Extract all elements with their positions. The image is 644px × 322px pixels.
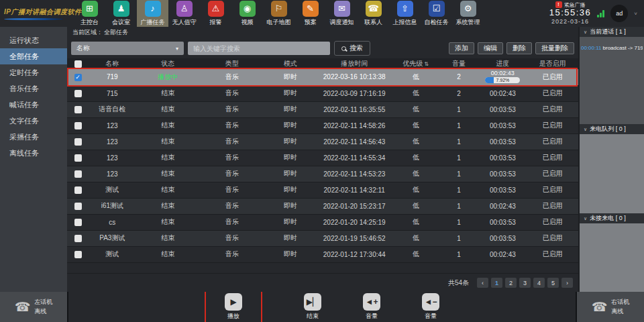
row-checkbox[interactable] bbox=[74, 251, 82, 258]
row-checkbox-cell[interactable] bbox=[67, 150, 89, 166]
table-row[interactable]: i61测试结束音乐即时2022-01-20 15:23:17低100:02:43… bbox=[67, 198, 578, 214]
table-row[interactable]: 715结束音乐即时2022-03-09 17:16:19低200:02:43已启… bbox=[67, 85, 578, 101]
field-select[interactable]: 名称 ▾ bbox=[71, 42, 184, 55]
table-header-进度[interactable]: 进度 bbox=[478, 58, 527, 69]
panel-header-missed-calls[interactable]: ∨未接来电 [ 0 ] bbox=[580, 213, 644, 223]
collapse-icon[interactable]: ∨ bbox=[584, 216, 587, 221]
row-checkbox-cell[interactable] bbox=[67, 101, 89, 117]
nav-item-dispatch-notice[interactable]: ✉调度通知 bbox=[326, 0, 358, 27]
table-header-是否启用[interactable]: 是否启用 bbox=[527, 58, 578, 69]
row-checkbox-cell[interactable] bbox=[67, 117, 89, 133]
panel-header-current-calls[interactable]: ∨当前通话 [ 1 ] bbox=[580, 27, 644, 37]
table-row[interactable]: 123结束音乐即时2022-02-11 14:56:43低100:03:53已启… bbox=[67, 133, 578, 150]
edit-button[interactable]: 编辑 bbox=[478, 42, 503, 54]
table-header-checkbox[interactable] bbox=[67, 58, 89, 69]
user-avatar[interactable]: ad bbox=[610, 5, 628, 22]
row-checkbox-cell[interactable] bbox=[67, 246, 89, 262]
panel-header-incoming-queue[interactable]: ∨来电队列 [ 0 ] bbox=[580, 124, 644, 134]
cell-volume: 1 bbox=[439, 101, 478, 117]
play-button[interactable]: ▶播放 bbox=[205, 290, 262, 322]
sidebar-item-timed-tasks[interactable]: 定时任务 bbox=[0, 64, 67, 80]
row-checkbox[interactable] bbox=[74, 235, 82, 242]
page-button-1[interactable]: 1 bbox=[491, 278, 502, 288]
table-row[interactable]: 123结束音乐即时2022-02-11 14:53:23低100:03:53已启… bbox=[67, 166, 578, 182]
row-checkbox[interactable] bbox=[74, 122, 82, 129]
page-button-4[interactable]: 4 bbox=[533, 278, 545, 288]
nav-item-report-info[interactable]: ⇧上报信息 bbox=[389, 0, 421, 27]
nav-item-alarm[interactable]: ⚠报警 bbox=[200, 0, 231, 27]
call-item[interactable]: 00:00:11broadcast -> 719 bbox=[581, 40, 643, 51]
table-row[interactable]: cs结束音乐即时2022-01-20 14:25:19低100:03:53已启用 bbox=[67, 214, 578, 230]
nav-item-unattended[interactable]: ♙无人值守 bbox=[168, 0, 200, 27]
volume-down-button[interactable]: ◄−音量 bbox=[422, 293, 439, 321]
page-next-button[interactable]: › bbox=[561, 278, 573, 288]
nav-item-meeting-room[interactable]: ♟会议室 bbox=[105, 0, 137, 27]
left-phone-status[interactable]: ☎ 左话机 离线 bbox=[0, 292, 67, 322]
volume-up-button[interactable]: ◄+音量 bbox=[363, 293, 380, 321]
row-checkbox[interactable] bbox=[74, 138, 82, 146]
row-checkbox-cell[interactable] bbox=[67, 133, 89, 150]
row-checkbox-cell[interactable] bbox=[67, 166, 89, 182]
nav-item-console[interactable]: ⊞主控台 bbox=[74, 0, 105, 27]
row-checkbox-cell[interactable] bbox=[67, 198, 89, 214]
delete-button[interactable]: 删除 bbox=[506, 42, 532, 54]
table-row[interactable]: 123结束音乐即时2022-02-11 14:58:26低100:03:53已启… bbox=[67, 117, 578, 133]
row-checkbox[interactable] bbox=[74, 90, 82, 97]
batch-delete-button[interactable]: 批量删除 bbox=[535, 42, 574, 54]
right-phone-status[interactable]: ☎ 右话机 离线 bbox=[577, 292, 644, 322]
row-checkbox[interactable] bbox=[74, 106, 82, 113]
table-row[interactable]: 语音自检结束音乐即时2022-02-11 16:35:55低100:03:53已… bbox=[67, 101, 578, 117]
row-checkbox[interactable]: ✓ bbox=[74, 74, 82, 81]
sidebar-item-all-tasks[interactable]: 全部任务 bbox=[0, 48, 67, 64]
sidebar-item-capture-tasks[interactable]: 采播任务 bbox=[0, 129, 67, 145]
page-button-2[interactable]: 2 bbox=[505, 278, 517, 288]
nav-item-plan[interactable]: ✎预案 bbox=[294, 0, 326, 27]
page-button-5[interactable]: 5 bbox=[547, 278, 559, 288]
select-all-checkbox[interactable] bbox=[74, 60, 82, 68]
row-checkbox[interactable] bbox=[74, 186, 82, 194]
sidebar-item-shout-tasks[interactable]: 喊话任务 bbox=[0, 97, 67, 113]
row-checkbox-cell[interactable] bbox=[67, 182, 89, 198]
nav-item-self-check-task[interactable]: ☑自检任务 bbox=[421, 0, 452, 27]
nav-item-broadcast-task[interactable]: ♪广播任务 bbox=[137, 0, 168, 27]
nav-item-video[interactable]: ◉视频 bbox=[231, 0, 263, 27]
row-checkbox-cell[interactable] bbox=[67, 85, 89, 101]
table-header-状态[interactable]: 状态 bbox=[136, 58, 201, 69]
table-header-模式[interactable]: 模式 bbox=[264, 58, 317, 69]
row-checkbox[interactable] bbox=[74, 203, 82, 210]
row-checkbox-cell[interactable] bbox=[67, 230, 89, 246]
sidebar-item-music-tasks[interactable]: 音乐任务 bbox=[0, 80, 67, 97]
sidebar-item-text-tasks[interactable]: 文字任务 bbox=[0, 113, 67, 129]
user-menu-caret-icon[interactable]: ˅ bbox=[634, 11, 637, 17]
table-header-播放时间[interactable]: 播放时间 bbox=[317, 58, 392, 69]
table-row[interactable]: PA3测试结束音乐即时2022-01-19 15:46:52低100:03:53… bbox=[67, 230, 578, 246]
sidebar-item-running-status[interactable]: 运行状态 bbox=[0, 32, 67, 48]
nav-item-e-map[interactable]: ⚐电子地图 bbox=[263, 0, 294, 27]
nav-item-contacts[interactable]: ☎联系人 bbox=[358, 0, 389, 27]
collapse-icon[interactable]: ∨ bbox=[584, 30, 587, 35]
cell-type: 音乐 bbox=[200, 133, 264, 150]
search-input[interactable] bbox=[188, 42, 330, 55]
end-button[interactable]: ▶▏结束 bbox=[304, 293, 321, 321]
table-row[interactable]: 测试结束音乐即时2022-02-11 14:32:11低100:03:53已启用 bbox=[67, 182, 578, 198]
sort-icon[interactable]: ⇅ bbox=[424, 61, 429, 67]
table-header-名称[interactable]: 名称 bbox=[89, 58, 136, 69]
table-row[interactable]: 123结束音乐即时2022-02-11 14:55:34低100:03:53已启… bbox=[67, 150, 578, 166]
page-button-3[interactable]: 3 bbox=[519, 278, 531, 288]
row-checkbox[interactable] bbox=[74, 154, 82, 162]
row-checkbox-cell[interactable] bbox=[67, 214, 89, 230]
page-prev-button[interactable]: ‹ bbox=[477, 278, 488, 288]
table-row[interactable]: ✓719播放中音乐即时2022-03-16 10:13:38低200:02:43… bbox=[67, 69, 578, 85]
nav-item-system-manage[interactable]: ⚙系统管理 bbox=[452, 0, 484, 27]
table-header-音量[interactable]: 音量 bbox=[439, 58, 478, 69]
search-button[interactable]: 搜索 bbox=[334, 41, 370, 56]
add-button[interactable]: 添加 bbox=[449, 42, 474, 54]
table-row[interactable]: 测试结束音乐即时2022-01-12 17:30:44低100:02:43已启用 bbox=[67, 246, 578, 262]
row-checkbox[interactable] bbox=[74, 219, 82, 226]
row-checkbox[interactable] bbox=[74, 170, 82, 178]
sidebar-item-offline-tasks[interactable]: 离线任务 bbox=[0, 145, 67, 161]
table-header-优先级[interactable]: 优先级⇅ bbox=[392, 58, 439, 69]
table-header-类型[interactable]: 类型 bbox=[200, 58, 264, 69]
row-checkbox-cell[interactable]: ✓ bbox=[67, 69, 89, 85]
collapse-icon[interactable]: ∨ bbox=[584, 127, 587, 132]
